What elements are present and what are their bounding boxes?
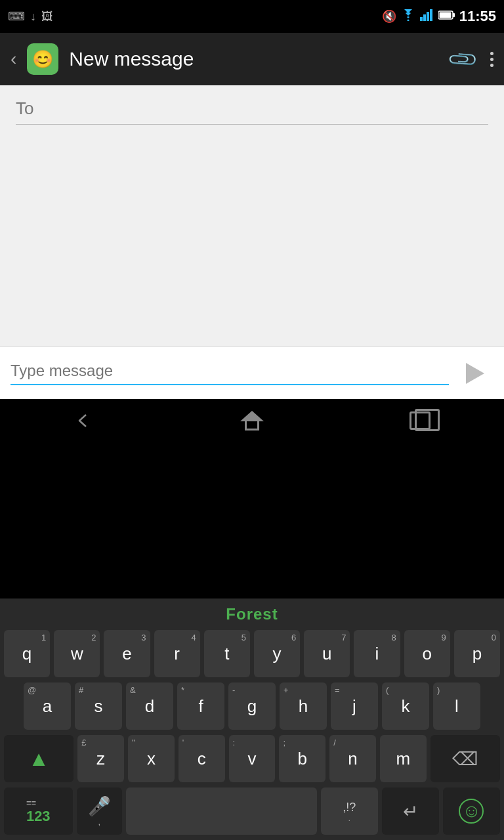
to-field[interactable]: To bbox=[0, 85, 504, 130]
send-arrow-icon bbox=[466, 363, 484, 384]
attach-button[interactable]: 📎 bbox=[446, 43, 479, 76]
key-g[interactable]: -g bbox=[228, 682, 276, 730]
battery-icon bbox=[438, 10, 455, 22]
key-w[interactable]: 2w bbox=[54, 630, 100, 677]
key-l[interactable]: )l bbox=[433, 682, 480, 730]
status-icons-right: 🔇 11:55 bbox=[382, 8, 496, 25]
keyboard: Forest 1q 2w 3e 4r 5t 6y 7u 8i 9o 0p @a … bbox=[0, 598, 504, 840]
back-button[interactable]: ‹ bbox=[10, 49, 16, 70]
backspace-key[interactable]: ⌫ bbox=[430, 735, 500, 782]
key-a[interactable]: @a bbox=[24, 682, 71, 730]
svg-rect-7 bbox=[453, 13, 455, 17]
keyboard-theme-label: Forest bbox=[0, 598, 504, 627]
svg-rect-1 bbox=[420, 17, 423, 21]
key-f[interactable]: *f bbox=[177, 682, 224, 730]
key-d[interactable]: &d bbox=[126, 682, 173, 730]
recents-icon bbox=[410, 411, 430, 430]
svg-rect-6 bbox=[439, 12, 451, 18]
emoji-key[interactable]: ☺ bbox=[443, 788, 500, 835]
key-u[interactable]: 7u bbox=[304, 630, 350, 677]
punctuation-key[interactable]: ,!? . bbox=[321, 788, 378, 835]
key-t[interactable]: 5t bbox=[204, 630, 250, 677]
sms-icon: 😊 bbox=[32, 49, 53, 70]
app-bar-left: ‹ 😊 New message bbox=[10, 43, 194, 75]
key-r[interactable]: 4r bbox=[154, 630, 200, 677]
bottom-nav-bar bbox=[0, 399, 504, 442]
emoji-smiley-icon: ☺ bbox=[459, 799, 484, 824]
app-bar: ‹ 😊 New message 📎 bbox=[0, 33, 504, 85]
send-button[interactable] bbox=[457, 355, 494, 392]
key-b[interactable]: ;b bbox=[279, 735, 326, 782]
to-label: To bbox=[16, 98, 33, 118]
keyboard-status-icon: ⌨ bbox=[8, 9, 25, 24]
key-c[interactable]: 'c bbox=[178, 735, 225, 782]
shift-key[interactable]: ▲ bbox=[4, 735, 74, 782]
type-input-wrap[interactable] bbox=[10, 362, 449, 385]
svg-point-0 bbox=[407, 20, 409, 22]
type-bar[interactable] bbox=[0, 346, 504, 399]
keyboard-row-1: 1q 2w 3e 4r 5t 6y 7u 8i 9o 0p bbox=[0, 627, 504, 680]
key-q[interactable]: 1q bbox=[4, 630, 50, 677]
wifi-icon bbox=[400, 9, 416, 24]
key-m[interactable]: m bbox=[380, 735, 427, 782]
nav-back-button[interactable] bbox=[64, 408, 104, 434]
key-y[interactable]: 6y bbox=[254, 630, 300, 677]
key-p[interactable]: 0p bbox=[454, 630, 500, 677]
key-h[interactable]: +h bbox=[280, 682, 327, 730]
app-title: New message bbox=[69, 48, 194, 70]
key-i[interactable]: 8i bbox=[354, 630, 400, 677]
nav-home-button[interactable] bbox=[232, 408, 272, 434]
key-n[interactable]: /n bbox=[329, 735, 376, 782]
mic-key[interactable]: 🎤 , bbox=[77, 788, 123, 835]
to-underline bbox=[16, 124, 488, 125]
status-icons-left: ⌨ ↓ 🖼 bbox=[8, 9, 53, 24]
svg-rect-2 bbox=[423, 14, 426, 21]
app-icon: 😊 bbox=[27, 43, 58, 75]
mute-icon: 🔇 bbox=[382, 9, 396, 24]
nav-recents-button[interactable] bbox=[400, 408, 440, 434]
key-s[interactable]: #s bbox=[75, 682, 122, 730]
keyboard-row-2: @a #s &d *f -g +h =j (k )l bbox=[0, 680, 504, 732]
message-body[interactable] bbox=[0, 130, 504, 346]
numbers-key[interactable]: ≡≡ 123 bbox=[4, 788, 73, 835]
keyboard-row-4: ≡≡ 123 🎤 , ,!? . ↵ ☺ bbox=[0, 785, 504, 840]
keyboard-row-3: ▲ £z "x 'c :v ;b /n m ⌫ bbox=[0, 732, 504, 785]
svg-rect-3 bbox=[427, 12, 429, 21]
message-area: To bbox=[0, 85, 504, 346]
enter-key[interactable]: ↵ bbox=[382, 788, 439, 835]
signal-icon bbox=[420, 9, 434, 24]
download-status-icon: ↓ bbox=[30, 10, 36, 24]
key-z[interactable]: £z bbox=[77, 735, 124, 782]
more-button[interactable] bbox=[490, 52, 494, 67]
home-icon bbox=[240, 411, 264, 430]
app-bar-right: 📎 bbox=[450, 48, 494, 71]
key-j[interactable]: =j bbox=[331, 682, 378, 730]
image-status-icon: 🖼 bbox=[41, 10, 53, 24]
key-x[interactable]: "x bbox=[128, 735, 175, 782]
key-o[interactable]: 9o bbox=[404, 630, 450, 677]
key-k[interactable]: (k bbox=[382, 682, 429, 730]
type-message-input[interactable] bbox=[10, 362, 449, 380]
status-time: 11:55 bbox=[459, 8, 496, 25]
key-e[interactable]: 3e bbox=[104, 630, 150, 677]
status-bar: ⌨ ↓ 🖼 🔇 bbox=[0, 0, 504, 33]
svg-rect-4 bbox=[430, 9, 432, 21]
space-key[interactable] bbox=[126, 788, 316, 835]
key-v[interactable]: :v bbox=[229, 735, 276, 782]
